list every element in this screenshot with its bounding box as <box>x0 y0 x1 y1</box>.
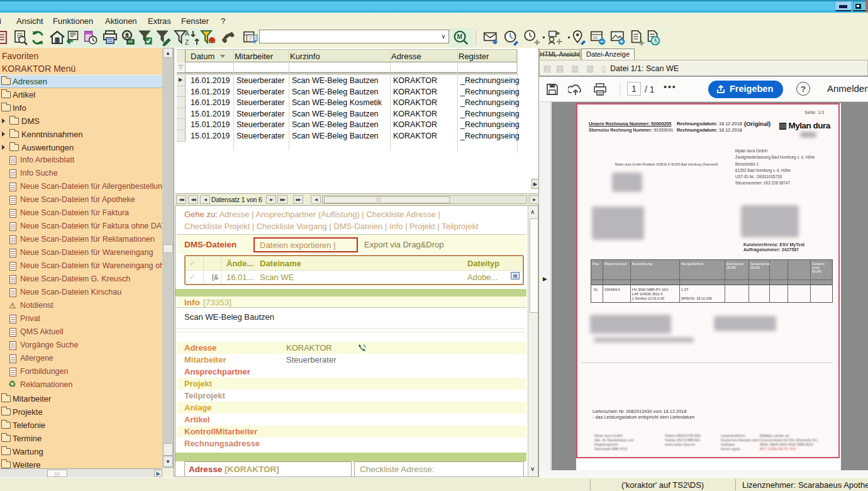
svg-text:A: A <box>185 30 189 37</box>
svg-text:M: M <box>457 33 463 40</box>
svg-text:Z: Z <box>185 39 189 46</box>
